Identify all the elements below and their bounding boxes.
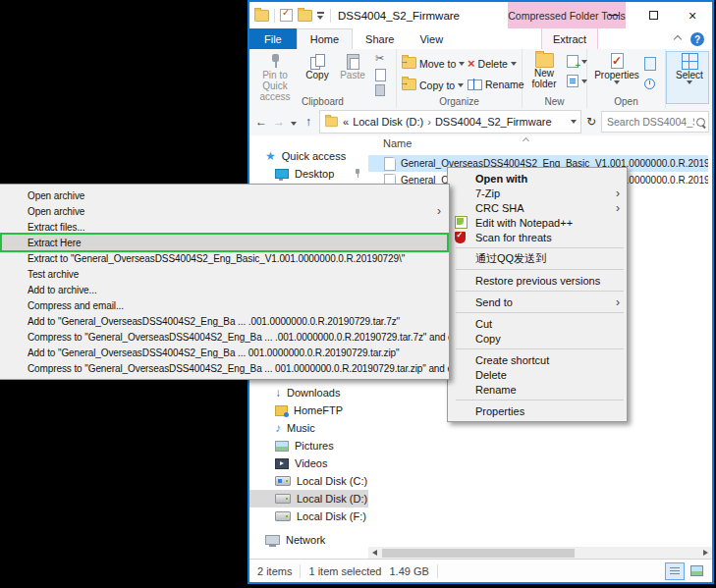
breadcrumb-local-disk-d[interactable]: Local Disk (D:) bbox=[353, 116, 423, 128]
submenu-item-add-to-7z[interactable]: Add to "General_OverseasDSS4004S2_Eng_Ba… bbox=[0, 313, 449, 329]
search-input[interactable] bbox=[605, 115, 696, 129]
select-label: Select bbox=[676, 70, 703, 80]
search-box[interactable] bbox=[601, 111, 709, 133]
tab-file[interactable]: File bbox=[249, 28, 297, 49]
menu-item-scan-for-threats[interactable]: Scan for threats bbox=[448, 230, 627, 244]
menu-item-send-to[interactable]: Send to › bbox=[448, 294, 627, 309]
edit-button[interactable] bbox=[644, 57, 656, 71]
copy-button[interactable]: Copy bbox=[301, 53, 334, 80]
sidebar-item-local-disk-d[interactable]: Local Disk (D:) bbox=[249, 490, 368, 508]
submenu-item-compress-and-email[interactable]: Compress and email... bbox=[0, 297, 449, 313]
minimize-button[interactable] bbox=[594, 2, 633, 28]
paste-shortcut-button[interactable] bbox=[375, 84, 385, 96]
sidebar-item-local-disk-f[interactable]: Local Disk (F:) bbox=[249, 508, 368, 525]
sidebar-item-quick-access[interactable]: ★ Quick access bbox=[249, 147, 368, 165]
new-folder-qat-icon[interactable] bbox=[298, 10, 312, 22]
delete-button[interactable]: × Delete bbox=[468, 57, 517, 70]
column-header-name[interactable]: Name bbox=[383, 137, 412, 149]
submenu-item-extract-files[interactable]: Extract files... bbox=[0, 219, 449, 235]
sidebar-item-homeftp[interactable]: HomeFTP bbox=[249, 401, 368, 419]
move-to-label: Move to bbox=[419, 58, 456, 70]
submenu-item-open-archive-as[interactable]: Open archive › bbox=[0, 203, 449, 219]
scroll-left-icon[interactable] bbox=[372, 550, 377, 556]
new-folder-button[interactable]: New folder bbox=[523, 53, 565, 89]
select-button[interactable]: Select bbox=[669, 53, 710, 84]
menu-item-create-shortcut[interactable]: Create shortcut bbox=[448, 352, 627, 367]
paste-shortcut-icon bbox=[375, 84, 385, 96]
address-box[interactable]: « Local Disk (D:) › DSS4004_S2_Firmware bbox=[319, 110, 581, 134]
menu-item-send-via-qq[interactable]: 通过QQ发送到 bbox=[448, 251, 627, 266]
sidebar-item-videos[interactable]: Videos bbox=[249, 454, 368, 472]
scrollbar-thumb[interactable] bbox=[382, 549, 575, 558]
menu-separator bbox=[448, 244, 627, 251]
help-icon[interactable]: ? bbox=[690, 32, 704, 46]
submenu-item-extract-here[interactable]: Extract Here bbox=[0, 235, 449, 250]
refresh-button[interactable]: ↻ bbox=[581, 115, 601, 129]
tab-extract[interactable]: Extract bbox=[541, 28, 598, 49]
details-view-button[interactable] bbox=[665, 562, 685, 580]
up-button[interactable]: ↑ bbox=[300, 115, 317, 129]
menu-item-rename[interactable]: Rename bbox=[448, 382, 627, 397]
submenu-item-compress-to-7z-and-email[interactable]: Compress to "General_OverseasDSS4004S2_E… bbox=[0, 329, 449, 345]
cut-button[interactable]: ✂ bbox=[375, 53, 384, 64]
copy-to-button[interactable]: → Copy to bbox=[402, 79, 464, 92]
tab-share[interactable]: Share bbox=[353, 28, 407, 49]
recent-locations-button[interactable] bbox=[288, 115, 300, 129]
copy-path-button[interactable] bbox=[375, 69, 386, 81]
submenu-item-open-archive[interactable]: Open archive bbox=[0, 187, 449, 203]
sidebar-item-music[interactable]: ♪ Music bbox=[249, 419, 368, 437]
breadcrumb-current-folder[interactable]: DSS4004_S2_Firmware bbox=[435, 116, 552, 128]
properties-button[interactable]: Properties bbox=[591, 53, 642, 84]
customize-toolbar-icon[interactable] bbox=[317, 12, 325, 20]
move-to-button[interactable]: → Move to bbox=[402, 57, 465, 71]
menu-item-restore-previous-versions[interactable]: Restore previous versions bbox=[448, 273, 627, 288]
menu-item-crc-sha[interactable]: CRC SHA › bbox=[448, 200, 627, 215]
sidebar-item-network[interactable]: Network bbox=[249, 531, 368, 549]
back-button[interactable]: ← bbox=[252, 115, 270, 129]
submenu-item-compress-to-zip-and-email[interactable]: Compress to "General_OverseasDSS4004S2_E… bbox=[0, 360, 449, 376]
menu-item-properties[interactable]: Properties bbox=[448, 403, 627, 418]
submenu-item-add-to-zip[interactable]: Add to "General_OverseasDSS4004S2_Eng_Ba… bbox=[0, 345, 449, 360]
menu-item-7zip[interactable]: 7-Zip › bbox=[448, 186, 627, 200]
organize-group-label: Organize bbox=[397, 96, 522, 107]
submenu-item-test-archive[interactable]: Test archive bbox=[0, 266, 449, 282]
music-note-icon: ♪ bbox=[275, 422, 281, 434]
address-bar-row: ← → ↑ « Local Disk (D:) › DSS4004_S2_Fir… bbox=[249, 108, 712, 135]
history-icon bbox=[644, 79, 655, 89]
sidebar-item-label: Pictures bbox=[295, 440, 334, 452]
scroll-right-icon[interactable] bbox=[703, 550, 708, 556]
sidebar-item-local-disk-c[interactable]: Local Disk (C:) bbox=[249, 472, 368, 490]
menu-item-label: Send to bbox=[475, 296, 513, 308]
ribbon-tab-strip: File Home Share View Extract ? bbox=[249, 28, 712, 49]
tab-home[interactable]: Home bbox=[297, 28, 353, 49]
sidebar-item-downloads[interactable]: ↓ Downloads bbox=[249, 384, 368, 401]
easy-access-button[interactable] bbox=[567, 75, 587, 87]
paste-button[interactable]: Paste bbox=[336, 53, 369, 80]
sidebar-item-pictures[interactable]: Pictures bbox=[249, 437, 368, 454]
close-button[interactable]: × bbox=[673, 2, 712, 28]
breadcrumb-overflow[interactable]: « bbox=[343, 116, 349, 128]
copy-icon bbox=[308, 53, 326, 70]
menu-item-open-with[interactable]: Open with bbox=[448, 171, 627, 186]
thumbnails-view-button[interactable] bbox=[687, 562, 706, 580]
new-item-button[interactable] bbox=[567, 55, 587, 68]
forward-button[interactable]: → bbox=[270, 115, 288, 129]
tab-view[interactable]: View bbox=[407, 28, 456, 49]
menu-item-delete[interactable]: Delete bbox=[448, 367, 627, 382]
sidebar-item-desktop[interactable]: Desktop bbox=[249, 165, 368, 183]
menu-item-copy[interactable]: Copy bbox=[448, 331, 627, 346]
address-dropdown-icon[interactable] bbox=[571, 120, 577, 124]
history-button[interactable] bbox=[644, 79, 655, 89]
submenu-item-label: Open archive bbox=[28, 206, 84, 217]
maximize-button[interactable] bbox=[633, 2, 673, 28]
sidebar-item-label: HomeFTP bbox=[294, 404, 343, 416]
menu-item-cut[interactable]: Cut bbox=[448, 316, 627, 331]
submenu-item-extract-to[interactable]: Extract to "General_OverseasDSS4004S2_En… bbox=[0, 250, 449, 266]
submenu-item-add-to-archive[interactable]: Add to archive... bbox=[0, 282, 449, 297]
rename-button[interactable]: Rename bbox=[468, 79, 524, 90]
menu-item-edit-with-notepadpp[interactable]: Edit with Notepad++ bbox=[448, 215, 627, 230]
collapse-ribbon-icon[interactable] bbox=[675, 34, 683, 42]
quick-access-star-icon: ★ bbox=[265, 150, 276, 162]
properties-qat-icon[interactable] bbox=[280, 9, 293, 22]
pin-to-quick-access-button[interactable]: Pin to Quick access bbox=[251, 53, 299, 102]
